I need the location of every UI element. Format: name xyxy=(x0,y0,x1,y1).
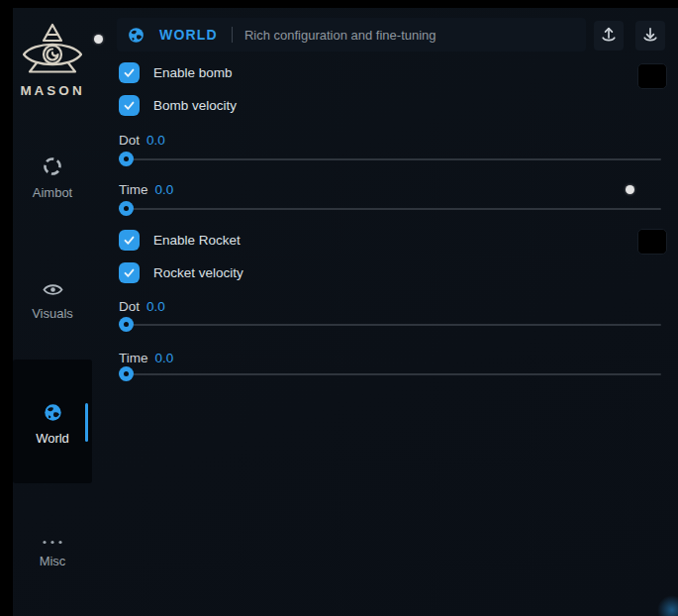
corner-glow-decoration xyxy=(657,595,678,616)
slider-track[interactable] xyxy=(119,158,661,160)
slider-name: Dot xyxy=(119,299,140,314)
slider-name: Time xyxy=(119,351,148,365)
download-icon xyxy=(640,25,660,48)
rocket-color-swatch[interactable] xyxy=(637,229,667,255)
checkbox-checked-icon[interactable] xyxy=(119,262,140,283)
sidebar-item-world[interactable]: World xyxy=(13,403,92,446)
ellipsis-icon xyxy=(42,531,63,549)
checkbox-label: Rocket velocity xyxy=(153,265,243,280)
bomb-color-swatch[interactable] xyxy=(637,63,667,89)
brand-name: MASON xyxy=(13,83,92,98)
slider-handle[interactable] xyxy=(119,201,134,216)
bomb-velocity-checkbox-row[interactable]: Bomb velocity xyxy=(119,95,237,116)
tab-header: WORLD Rich configuration and fine-tuning xyxy=(117,18,586,51)
sidebar: MASON Aimbot Visuals xyxy=(13,8,104,616)
slider-value: 0.0 xyxy=(146,299,165,314)
rocket-dot-slider-label: Dot 0.0 xyxy=(119,299,165,314)
sidebar-item-label: Aimbot xyxy=(33,185,72,200)
bomb-dot-slider[interactable] xyxy=(119,152,661,166)
globe-icon xyxy=(44,403,62,426)
brand-logo: MASON xyxy=(13,22,92,98)
app-window: MASON Aimbot Visuals xyxy=(13,8,678,616)
slider-handle[interactable] xyxy=(119,317,134,332)
enable-rocket-checkbox-row[interactable]: Enable Rocket xyxy=(119,230,241,251)
slider-value: 0.0 xyxy=(155,182,174,197)
checkbox-label: Enable Rocket xyxy=(153,233,241,248)
slider-track[interactable] xyxy=(119,208,661,210)
enable-bomb-checkbox-row[interactable]: Enable bomb xyxy=(119,62,233,83)
slider-value: 0.0 xyxy=(155,351,174,365)
sidebar-item-label: Misc xyxy=(40,554,66,568)
crosshair-icon xyxy=(43,156,62,180)
sidebar-item-label: Visuals xyxy=(32,306,73,321)
slider-handle[interactable] xyxy=(119,366,134,381)
rocket-dot-slider[interactable] xyxy=(119,317,661,332)
checkbox-label: Enable bomb xyxy=(153,65,233,80)
globe-icon xyxy=(128,27,145,44)
slider-name: Dot xyxy=(119,133,140,148)
sidebar-item-visuals[interactable]: Visuals xyxy=(13,282,92,321)
slider-handle[interactable] xyxy=(119,152,134,166)
slider-track[interactable] xyxy=(119,373,661,375)
cursor-dot-1 xyxy=(94,35,103,44)
rocket-time-slider[interactable] xyxy=(119,366,661,381)
sidebar-item-aimbot[interactable]: Aimbot xyxy=(13,156,92,200)
sidebar-item-label: World xyxy=(36,431,69,446)
mason-eye-pyramid-icon xyxy=(13,22,92,79)
upload-config-button[interactable] xyxy=(594,21,624,51)
checkbox-checked-icon[interactable] xyxy=(119,95,140,116)
bomb-time-slider-label: Time 0.0 xyxy=(119,182,173,197)
cursor-dot-2 xyxy=(626,185,634,194)
header-divider xyxy=(232,27,233,43)
rocket-time-slider-label: Time 0.0 xyxy=(119,351,173,365)
checkbox-checked-icon[interactable] xyxy=(119,230,140,251)
upload-icon xyxy=(599,25,619,48)
eye-icon xyxy=(43,282,63,301)
slider-name: Time xyxy=(119,182,148,197)
bomb-dot-slider-label: Dot 0.0 xyxy=(119,133,165,148)
bomb-time-slider[interactable] xyxy=(119,201,661,216)
checkbox-checked-icon[interactable] xyxy=(119,62,140,83)
rocket-velocity-checkbox-row[interactable]: Rocket velocity xyxy=(119,262,243,283)
page-subtitle: Rich configuration and fine-tuning xyxy=(244,28,436,43)
slider-value: 0.0 xyxy=(146,133,165,148)
slider-track[interactable] xyxy=(119,324,661,326)
sidebar-item-misc[interactable]: Misc xyxy=(13,531,92,568)
checkbox-label: Bomb velocity xyxy=(153,98,237,113)
page-title: WORLD xyxy=(159,27,218,43)
download-config-button[interactable] xyxy=(635,21,665,51)
